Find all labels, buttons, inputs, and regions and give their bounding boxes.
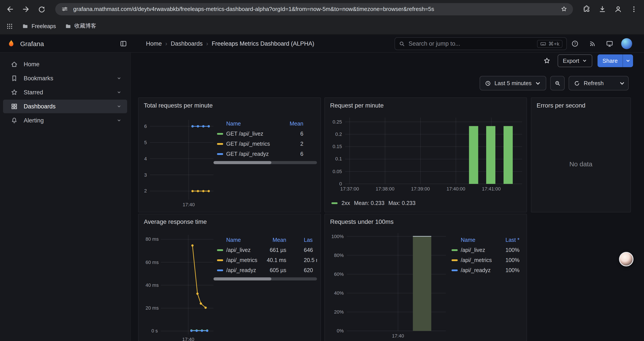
sidebar-toggle-icon[interactable] <box>118 39 128 48</box>
zoom-out-button[interactable] <box>550 76 565 90</box>
legend-row[interactable]: GET /api/_readyz6 <box>214 149 317 159</box>
news-rss-icon[interactable] <box>588 39 597 48</box>
chart-total-requests[interactable]: 6543217:40 <box>141 120 214 208</box>
legend-row[interactable]: GET /api/_livez6 <box>214 129 317 139</box>
browser-window: grafana.mathmast.com/d/deytv4rwavabkb/fr… <box>0 0 644 341</box>
url-text[interactable]: grafana.mathmast.com/d/deytv4rwavabkb/fr… <box>73 6 555 12</box>
refresh-button-group: Refresh <box>569 76 629 90</box>
chevron-down-icon[interactable] <box>116 76 122 81</box>
chart-request-per-minute[interactable]: 0.250.20.150.10.05017:37:0017:38:0017:39… <box>328 118 522 193</box>
monitor-icon[interactable] <box>604 39 614 48</box>
legend-row[interactable]: /api/_readyz100% <box>448 265 520 275</box>
legend-row[interactable]: /api/_livez661 µs646 <box>214 245 317 255</box>
x-axis-tick: 17:40 <box>182 202 195 207</box>
download-icon[interactable] <box>598 4 607 14</box>
legend-value: 40.1 ms <box>264 257 286 263</box>
scrollbar-thumb[interactable] <box>214 277 271 280</box>
legend-scrollbar[interactable] <box>214 161 317 164</box>
sidebar-item-bookmarks[interactable]: Bookmarks <box>3 72 127 85</box>
apps-grid-icon[interactable] <box>6 23 13 30</box>
profile-avatar[interactable] <box>613 4 623 14</box>
user-avatar[interactable] <box>621 38 632 49</box>
panel-title[interactable]: Errors per second <box>531 98 630 113</box>
legend-row[interactable]: /api/_metrics40.1 ms20.5 m <box>214 255 317 265</box>
series-color-dash <box>217 153 223 155</box>
help-icon[interactable]: ? <box>570 39 580 48</box>
star-icon <box>10 89 18 96</box>
scrollbar-thumb[interactable] <box>214 161 271 164</box>
series-name: GET /api/_metrics <box>226 141 270 147</box>
browser-menu-icon[interactable] <box>629 4 639 14</box>
legend-column-header[interactable]: Name <box>452 237 497 243</box>
search-input[interactable]: Search or jump to... ⌘+k <box>394 37 567 50</box>
site-info-icon[interactable] <box>60 4 69 14</box>
panel-title[interactable]: Requests under 100ms <box>325 214 526 229</box>
export-label: Export <box>563 58 579 64</box>
keyboard-icon <box>540 41 546 47</box>
favorite-star-icon[interactable] <box>542 56 552 66</box>
reload-icon[interactable] <box>37 4 46 14</box>
legend-value: 605 µs <box>264 267 286 273</box>
legend-column-header[interactable]: Name <box>217 121 286 127</box>
grafana-brand[interactable]: Grafana <box>20 40 44 47</box>
legend-table: NameLast */api/_livez100%/api/_metrics10… <box>448 234 520 275</box>
breadcrumb-home[interactable]: Home <box>146 40 162 47</box>
assistant-avatar[interactable] <box>619 252 634 266</box>
legend-row[interactable]: /api/_livez100% <box>448 245 520 255</box>
panel-title[interactable]: Request per minute <box>325 98 526 113</box>
legend-value: 646 <box>286 247 317 253</box>
refresh-interval-dropdown[interactable] <box>616 80 628 86</box>
legend-inline[interactable]: 2xx Mean: 0.233 Max: 0.233 <box>332 200 416 206</box>
grafana-logo[interactable] <box>6 39 16 48</box>
series-name[interactable]: 2xx <box>342 200 350 206</box>
legend-row[interactable]: GET /api/_metrics2 <box>214 139 317 149</box>
legend-value: 6 <box>286 131 303 137</box>
extensions-icon[interactable] <box>582 4 592 14</box>
panel-total-requests-per-minute: Total requests per minute 6543217:40 Nam… <box>138 97 321 212</box>
chart-plot-area[interactable] <box>345 118 522 184</box>
legend-column-header[interactable]: Last * <box>497 237 520 243</box>
legend-row[interactable]: /api/_metrics100% <box>448 255 520 265</box>
time-range-picker[interactable]: Last 5 minutes <box>480 76 546 90</box>
bookmark-star-icon[interactable] <box>559 4 568 14</box>
series-color-dash <box>217 133 223 135</box>
panel-title[interactable]: Total requests per minute <box>138 98 320 113</box>
chevron-down-icon[interactable] <box>116 118 122 123</box>
chart-average-response-time[interactable]: 80 ms60 ms40 ms20 ms0 s17:40 <box>146 235 214 341</box>
sidebar-item-label: Alerting <box>24 117 44 124</box>
panel-title[interactable]: Average response time <box>138 214 320 229</box>
legend-column-header[interactable]: Mean <box>264 237 286 243</box>
chevron-down-icon[interactable] <box>116 104 122 109</box>
legend-header-row: NameMean <box>214 119 317 129</box>
legend-scrollbar[interactable] <box>214 277 317 280</box>
legend-column-header[interactable]: Name <box>217 237 264 243</box>
sidebar-item-dashboards[interactable]: Dashboards <box>3 100 127 113</box>
sidebar-item-alerting[interactable]: Alerting <box>3 114 127 127</box>
sidebar-item-starred[interactable]: Starred <box>3 86 127 99</box>
y-axis-tick: 40 ms <box>146 283 158 288</box>
legend-column-header[interactable]: Las <box>286 237 317 243</box>
back-icon[interactable] <box>5 4 15 14</box>
share-dropdown-toggle[interactable] <box>622 55 633 67</box>
chevron-down-icon[interactable] <box>116 90 122 95</box>
sidebar-item-home[interactable]: Home <box>3 58 127 71</box>
no-data-message: No data <box>531 115 630 212</box>
legend-column-header[interactable]: Mean <box>286 121 303 127</box>
legend-row[interactable]: /api/_readyz605 µs620 <box>214 265 317 275</box>
panel-request-per-minute: Request per minute 0.250.20.150.10.05017… <box>324 97 527 212</box>
refresh-button[interactable]: Refresh <box>569 80 608 87</box>
breadcrumb-dashboards[interactable]: Dashboards <box>171 40 203 47</box>
export-button[interactable]: Export <box>558 55 592 67</box>
share-button[interactable]: Share <box>598 55 622 67</box>
bookmark-folder-blogs[interactable]: 收藏博客 <box>65 22 96 30</box>
series-max: Max: 0.233 <box>388 200 416 206</box>
bookmark-folder-freeleaps[interactable]: Freeleaps <box>22 23 56 30</box>
forward-icon[interactable] <box>21 4 31 14</box>
chart-plot-area[interactable] <box>150 120 214 200</box>
y-axis-tick: 0.2 <box>328 132 342 137</box>
chart-requests-under-100ms[interactable]: 100%80%60%40%20%0%17:40 <box>331 233 446 340</box>
chart-plot-area[interactable] <box>161 235 214 334</box>
y-axis-tick: 60% <box>331 272 344 276</box>
url-bar[interactable]: grafana.mathmast.com/d/deytv4rwavabkb/fr… <box>55 3 573 15</box>
chart-plot-area[interactable] <box>347 233 446 331</box>
